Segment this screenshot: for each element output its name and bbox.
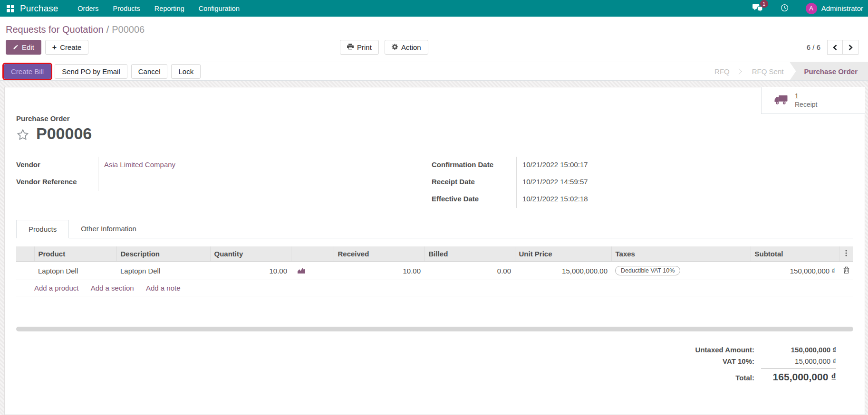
favorite-star-button[interactable] — [16, 128, 29, 142]
tab-products[interactable]: Products — [16, 220, 69, 238]
status-pipeline: RFQ RFQ Sent Purchase Order — [708, 62, 868, 80]
untaxed-amount-value: 150,000,000 ₫ — [761, 346, 836, 354]
action-button[interactable]: Action — [385, 40, 428, 55]
messages-button[interactable]: 1 — [748, 2, 767, 15]
product-cell: Laptopn Dell — [34, 262, 116, 280]
navbar-right: 1 A Administrator — [748, 2, 863, 15]
control-panel: Requests for Quotation/P00006 Edit + Cre… — [0, 17, 868, 62]
col-billed: Billed — [424, 246, 515, 262]
page-title: P00006 — [36, 125, 92, 142]
tax-badge: Deductible VAT 10% — [615, 266, 680, 275]
receipt-date-value: 10/21/2022 14:59:57 — [516, 174, 853, 191]
col-product: Product — [34, 246, 116, 262]
receipt-date-label: Receipt Date — [432, 174, 516, 191]
vendor-reference-label: Vendor Reference — [16, 174, 98, 191]
taxes-cell: Deductible VAT 10% — [611, 262, 751, 280]
confirmation-date-value: 10/21/2022 15:00:17 — [516, 157, 853, 174]
tab-other-information[interactable]: Other Information — [69, 220, 148, 238]
receipt-stat-button[interactable]: 1 Receipt — [761, 87, 865, 114]
plus-icon: + — [52, 43, 57, 52]
menu-item-products[interactable]: Products — [106, 1, 147, 16]
col-subtotal: Subtotal — [751, 246, 839, 262]
breadcrumb: Requests for Quotation/P00006 — [0, 17, 868, 36]
lock-button[interactable]: Lock — [171, 64, 201, 79]
add-a-note-link[interactable]: Add a note — [146, 284, 181, 292]
pencil-icon — [13, 43, 19, 51]
col-description: Description — [116, 246, 210, 262]
forecast-chart-icon[interactable] — [298, 268, 305, 274]
trash-icon — [843, 266, 849, 274]
vat-label: VAT 10%: — [695, 357, 754, 365]
print-button[interactable]: Print — [340, 40, 379, 55]
messages-count-badge: 1 — [760, 0, 768, 8]
create-button[interactable]: + Create — [45, 40, 88, 55]
table-header-row: Product Description Quantity Received Bi… — [16, 246, 853, 262]
pager: 6 / 6 — [807, 40, 862, 55]
col-taxes: Taxes — [611, 246, 751, 262]
star-icon — [16, 128, 29, 141]
activities-button[interactable] — [776, 2, 793, 15]
chevron-right-icon — [848, 45, 853, 50]
stage-rfq-sent[interactable]: RFQ Sent — [746, 62, 790, 80]
content-area: 1 Receipt Purchase Order P00006 Vendor A… — [0, 81, 868, 415]
col-quantity: Quantity — [210, 246, 291, 262]
form-sheet: 1 Receipt Purchase Order P00006 Vendor A… — [4, 87, 865, 415]
unit-price-cell: 15,000,000.00 — [515, 262, 611, 280]
statusbar-buttons: Create Bill Send PO by Email Cancel Lock — [4, 62, 201, 80]
total-value: 165,000,000 ₫ — [761, 368, 836, 383]
center-buttons: Print Action — [340, 40, 428, 55]
clock-icon — [781, 4, 789, 13]
menu-item-reporting[interactable]: Reporting — [147, 1, 192, 16]
vendor-value-link[interactable]: Asia Limited Company — [104, 160, 175, 169]
app-brand[interactable]: Purchase — [20, 3, 58, 14]
stage-separator-icon — [736, 68, 742, 75]
effective-date-value: 10/21/2022 15:02:18 — [516, 191, 853, 208]
menu-item-orders[interactable]: Orders — [70, 1, 106, 16]
stage-rfq[interactable]: RFQ — [708, 62, 736, 80]
field-groups: Vendor Asia Limited Company Vendor Refer… — [16, 157, 853, 208]
add-a-product-link[interactable]: Add a product — [34, 284, 78, 292]
totals-section: Untaxed Amount: 150,000,000 ₫ VAT 10%: 1… — [16, 346, 853, 383]
stage-purchase-order[interactable]: Purchase Order — [790, 62, 868, 80]
send-po-by-email-button[interactable]: Send PO by Email — [55, 64, 127, 79]
received-cell: 10.00 — [334, 262, 424, 280]
col-received: Received — [334, 246, 424, 262]
document-type-label: Purchase Order — [16, 114, 853, 123]
create-bill-button[interactable]: Create Bill — [4, 64, 51, 79]
subtotal-cell: 150,000,000 ₫ — [751, 262, 839, 280]
pager-previous-button[interactable] — [827, 40, 843, 55]
breadcrumb-parent-link[interactable]: Requests for Quotation — [6, 24, 104, 35]
edit-button[interactable]: Edit — [6, 40, 41, 55]
table-horizontal-scrollbar[interactable] — [16, 327, 853, 331]
add-a-section-link[interactable]: Add a section — [91, 284, 134, 292]
vat-value: 15,000,000 ₫ — [761, 357, 836, 365]
user-menu[interactable]: A Administrator — [806, 3, 863, 14]
menu-item-configuration[interactable]: Configuration — [192, 1, 247, 16]
add-links-row: Add a product Add a section Add a note — [16, 280, 853, 296]
vendor-label: Vendor — [16, 157, 98, 174]
apps-menu-icon[interactable] — [7, 5, 14, 12]
truck-icon — [774, 94, 788, 106]
table-row[interactable]: Laptopn Dell Laptopn Dell 10.00 10.00 0.… — [16, 262, 853, 280]
confirmation-date-label: Confirmation Date — [432, 157, 516, 174]
receipt-count: 1 — [795, 92, 817, 100]
pager-next-button[interactable] — [843, 40, 858, 55]
field-group-left: Vendor Asia Limited Company Vendor Refer… — [16, 157, 432, 208]
untaxed-amount-label: Untaxed Amount: — [695, 346, 754, 354]
pager-count: 6 / 6 — [807, 43, 820, 51]
cancel-button[interactable]: Cancel — [131, 64, 168, 79]
optional-columns-button[interactable] — [839, 246, 853, 262]
gear-icon — [392, 43, 398, 51]
statusbar: Create Bill Send PO by Email Cancel Lock… — [0, 62, 868, 81]
top-navbar: Purchase Orders Products Reporting Confi… — [0, 0, 868, 17]
col-unit-price: Unit Price — [515, 246, 611, 262]
quantity-cell: 10.00 — [210, 262, 291, 280]
delete-row-button[interactable] — [843, 266, 849, 274]
total-label: Total: — [695, 374, 754, 382]
kebab-vertical-icon — [845, 250, 847, 256]
chevron-left-icon — [832, 45, 838, 50]
avatar: A — [806, 3, 817, 14]
field-group-right: Confirmation Date 10/21/2022 15:00:17 Re… — [432, 157, 853, 208]
col-forecast — [291, 246, 334, 262]
billed-cell: 0.00 — [424, 262, 515, 280]
